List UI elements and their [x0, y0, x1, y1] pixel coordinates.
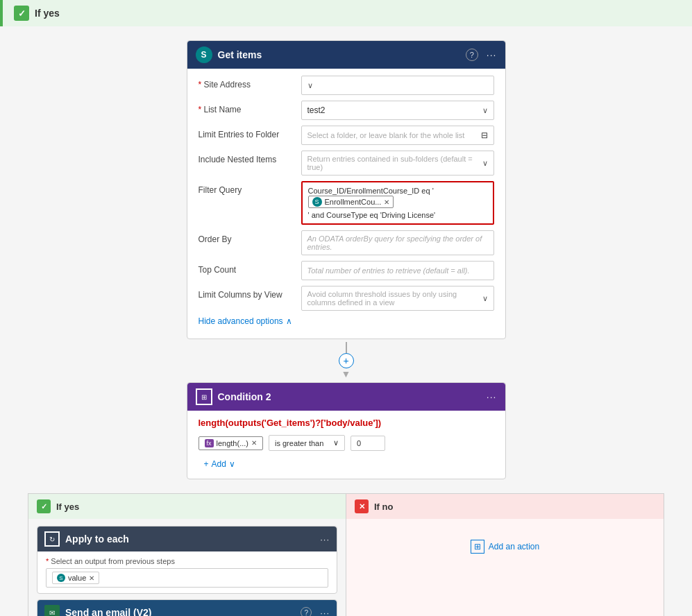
func-tag-close[interactable]: ✕ — [251, 439, 257, 447]
list-name-value: test2 — [307, 105, 326, 115]
include-nested-input[interactable]: Return entries contained in sub-folders … — [301, 151, 494, 176]
sharepoint-icon: S — [196, 46, 212, 63]
include-nested-placeholder: Return entries contained in sub-folders … — [307, 155, 482, 171]
condition-add-button[interactable]: + Add ∨ — [199, 456, 241, 472]
order-by-input[interactable]: An ODATA orderBy query for specifying th… — [301, 230, 494, 255]
if-no-badge: ✕ — [355, 499, 369, 513]
limit-columns-placeholder: Avoid column threshold issues by only us… — [307, 290, 482, 307]
if-yes-section-label: If yes — [56, 502, 79, 512]
fx-icon: fx — [205, 439, 214, 447]
limit-columns-input[interactable]: Avoid column threshold issues by only us… — [301, 286, 494, 311]
top-count-placeholder: Total number of entries to retrieve (def… — [307, 266, 470, 275]
if-no-section-header: ✕ If no — [346, 494, 664, 519]
filter-query-input[interactable]: Course_ID/EnrollmentCourse_ID eq ' S Enr… — [301, 181, 494, 225]
send-email-card: ✉ Send an email (V2) ? ··· To — [37, 599, 337, 616]
if-no-section: ✕ If no ⊞ Add an action — [346, 493, 664, 616]
limit-entries-row: Limit Entries to Folder Select a folder,… — [199, 126, 494, 145]
add-step-button-1[interactable]: + — [339, 353, 354, 368]
hide-advanced-link[interactable]: Hide advanced options ∧ — [199, 316, 494, 332]
list-name-chevron: ∨ — [482, 106, 488, 115]
site-address-row: Site Address ∨ — [199, 76, 494, 95]
get-items-actions: ? ··· — [466, 49, 497, 61]
filter-tag-label: EnrollmentCou... — [325, 198, 382, 206]
add-btn-label: Add — [212, 459, 226, 469]
site-address-chevron: ∨ — [307, 81, 313, 90]
filter-tag-close[interactable]: ✕ — [384, 198, 389, 206]
get-items-body: Site Address ∨ List Name test2 ∨ Limit E… — [187, 69, 505, 339]
get-items-more-icon[interactable]: ··· — [487, 49, 497, 60]
send-email-title: Send an email (V2) — [65, 607, 295, 616]
value-tag: S value ✕ — [52, 572, 99, 584]
condition-title: Condition 2 — [218, 391, 481, 402]
list-name-row: List Name test2 ∨ — [199, 101, 494, 120]
apply-each-more-icon[interactable]: ··· — [320, 534, 330, 545]
list-name-input[interactable]: test2 ∨ — [301, 101, 494, 120]
add-plus-icon: + — [204, 459, 209, 469]
condition-body: length(outputs('Get_items')?['body/value… — [187, 411, 505, 479]
filter-tag-icon: S — [312, 197, 322, 207]
get-items-help-icon[interactable]: ? — [466, 49, 478, 61]
add-action-button[interactable]: ⊞ Add an action — [355, 526, 655, 567]
bottom-section: ✓ If yes ↻ Apply to each ··· Select an o… — [28, 493, 664, 616]
limit-entries-label: Limit Entries to Folder — [199, 126, 296, 139]
value-tag-label: value — [68, 574, 86, 582]
top-check-icon: ✓ — [14, 6, 29, 21]
condition-icon: ⊞ — [196, 388, 212, 405]
limit-columns-label: Limit Columns by View — [199, 286, 296, 300]
main-content: S Get items ? ··· Site Address ∨ List Na… — [0, 26, 692, 616]
include-nested-chevron: ∨ — [482, 159, 488, 168]
order-by-placeholder: An ODATA orderBy query for specifying th… — [307, 234, 488, 251]
include-nested-row: Include Nested Items Return entries cont… — [199, 151, 494, 176]
if-yes-section-header: ✓ If yes — [28, 494, 346, 519]
func-tag[interactable]: fx length(...) ✕ — [199, 436, 263, 450]
get-items-title: Get items — [218, 49, 460, 60]
top-count-input[interactable]: Total number of entries to retrieve (def… — [301, 261, 494, 280]
add-action-label: Add an action — [489, 542, 539, 551]
value-tag-close[interactable]: ✕ — [89, 574, 94, 582]
connector-1: + ▼ — [339, 342, 354, 379]
filter-query-label: Filter Query — [199, 181, 296, 195]
send-email-actions: ? ··· — [301, 607, 330, 616]
condition-value-input[interactable]: 0 — [351, 436, 385, 451]
condition-card: ⊞ Condition 2 ··· length(outputs('Get_it… — [187, 382, 506, 479]
hide-advanced-chevron: ∧ — [286, 316, 292, 326]
apply-each-actions: ··· — [320, 534, 330, 545]
connector-arrow-1: ▼ — [341, 368, 351, 379]
send-email-header: ✉ Send an email (V2) ? ··· — [37, 600, 337, 616]
output-input[interactable]: S value ✕ — [46, 568, 328, 588]
order-by-label: Order By — [199, 230, 296, 244]
func-tag-label: length(...) — [217, 439, 248, 447]
limit-entries-input[interactable]: Select a folder, or leave blank for the … — [301, 126, 494, 145]
send-email-more-icon[interactable]: ··· — [320, 608, 330, 617]
order-by-row: Order By An ODATA orderBy query for spec… — [199, 230, 494, 255]
add-chevron-icon: ∨ — [229, 459, 235, 469]
apply-each-body: Select an output from previous steps S v… — [37, 551, 337, 593]
top-if-yes-label: If yes — [35, 8, 60, 19]
limit-columns-chevron: ∨ — [482, 294, 488, 303]
filter-tag: S EnrollmentCou... ✕ — [308, 196, 394, 208]
if-no-section-body: ⊞ Add an action — [346, 519, 664, 574]
if-no-section-label: If no — [374, 502, 393, 512]
send-email-help-icon[interactable]: ? — [301, 607, 312, 616]
send-email-icon: ✉ — [44, 605, 60, 616]
apply-each-title: Apply to each — [65, 533, 314, 545]
operator-select[interactable]: is greater than ∨ — [269, 435, 345, 451]
filter-query-row: Filter Query Course_ID/EnrollmentCourse_… — [199, 181, 494, 225]
operator-label: is greater than — [275, 439, 323, 447]
apply-each-icon: ↻ — [44, 531, 60, 547]
condition-value: 0 — [357, 439, 361, 447]
top-if-yes-header: ✓ If yes — [0, 0, 692, 26]
if-yes-section-body: ↻ Apply to each ··· Select an output fro… — [28, 519, 346, 616]
include-nested-label: Include Nested Items — [199, 151, 296, 164]
site-address-input[interactable]: ∨ — [301, 76, 494, 95]
filter-suffix: ' and CourseType eq 'Driving License' — [308, 211, 436, 219]
condition-actions: ··· — [487, 391, 497, 402]
get-items-card: S Get items ? ··· Site Address ∨ List Na… — [187, 40, 506, 339]
add-action-icon: ⊞ — [471, 540, 484, 554]
if-yes-section: ✓ If yes ↻ Apply to each ··· Select an o… — [28, 493, 346, 616]
get-items-header: S Get items ? ··· — [187, 41, 505, 69]
apply-each-header: ↻ Apply to each ··· — [37, 527, 337, 551]
list-name-label: List Name — [199, 101, 296, 114]
condition-more-icon[interactable]: ··· — [487, 391, 497, 402]
top-count-label: Top Count — [199, 261, 296, 275]
